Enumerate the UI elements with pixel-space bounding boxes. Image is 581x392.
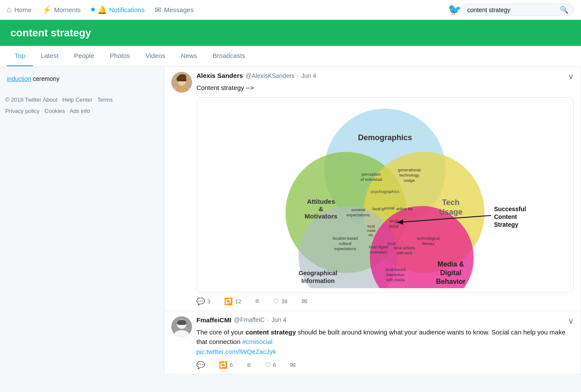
envelope-icon: ✉: [155, 5, 161, 15]
dm-icon: ✉: [302, 297, 307, 305]
search-tabs: Top Latest People Photos Videos News Bro…: [0, 46, 581, 67]
footer-help[interactable]: Help Center: [62, 96, 92, 103]
notifications-label: Notifications: [109, 6, 145, 13]
like-count-1: 38: [281, 298, 287, 305]
svg-text:cultural: cultural: [339, 241, 351, 246]
tweet-1-user: Alexis Sanders @AlexisKSanders · Jun 4: [196, 72, 316, 79]
dm-icon-2: ✉: [290, 361, 295, 369]
svg-text:Usage: Usage: [439, 208, 462, 216]
svg-text:local-based: local-based: [385, 267, 405, 272]
messages-label: Messages: [164, 6, 193, 13]
tab-broadcasts[interactable]: Broadcasts: [205, 46, 253, 66]
svg-text:literacy: literacy: [422, 241, 435, 246]
tweet-1-image[interactable]: Demographics Attitudes & Motivators Tech…: [196, 97, 574, 293]
svg-text:online life: online life: [396, 207, 413, 211]
search-header: content strategy: [0, 20, 581, 46]
home-nav-item[interactable]: ⌂ Home: [7, 3, 32, 16]
search-bar: 🔍: [462, 3, 574, 16]
messages-nav-item[interactable]: ✉ Messages: [155, 3, 193, 16]
sidebar-truncated-text: induction ceremony: [5, 72, 159, 86]
svg-text:local actions: local actions: [394, 246, 415, 250]
tweet-2-date: Jun 4: [271, 316, 286, 323]
svg-text:usage: usage: [404, 178, 415, 183]
tab-top[interactable]: Top: [7, 46, 33, 66]
retweet-action-1[interactable]: 🔁 12: [224, 297, 241, 305]
moments-label: Moments: [54, 6, 81, 13]
retweet-count-1: 12: [235, 298, 241, 305]
svg-text:social: social: [384, 206, 394, 210]
svg-text:Geographical: Geographical: [299, 270, 337, 276]
svg-text:expectations: expectations: [347, 212, 370, 217]
tweet-2-header: FmaffeiCMI @FmaffeiC · Jun 4 ∨: [196, 316, 574, 326]
tweet-feed: Alexis Sanders @AlexisKSanders · Jun 4 ∨…: [164, 67, 581, 375]
home-label: Home: [14, 6, 32, 13]
tweet-2-more[interactable]: ∨: [568, 316, 574, 326]
layers-action-2[interactable]: ≡: [247, 361, 250, 369]
svg-rect-57: [178, 323, 186, 325]
dm-action-1[interactable]: ✉: [302, 297, 307, 305]
pic-link[interactable]: pic.twitter.com/lWQeZacJyk: [196, 348, 276, 355]
svg-text:psychographics: psychographics: [371, 189, 399, 194]
svg-text:Tech: Tech: [442, 198, 460, 207]
bolt-icon: ⚡: [42, 5, 51, 15]
tweet-1-dot: ·: [297, 72, 299, 79]
search-input[interactable]: [467, 6, 560, 13]
retweet-action-2[interactable]: 🔁 6: [219, 361, 233, 369]
reply-icon: 💬: [196, 297, 205, 305]
reply-action-2[interactable]: 💬: [196, 361, 205, 369]
retweet-icon: 🔁: [224, 297, 233, 305]
tab-people[interactable]: People: [66, 46, 102, 66]
tab-news[interactable]: News: [173, 46, 205, 66]
reply-action-1[interactable]: 💬 3: [196, 297, 210, 305]
footer-privacy[interactable]: Privacy policy: [5, 108, 39, 114]
svg-text:local digital: local digital: [369, 245, 388, 249]
tweet-1-more[interactable]: ∨: [568, 72, 574, 81]
sidebar-footer: © 2018 Twitter About Help Center Terms P…: [5, 94, 159, 117]
tab-videos[interactable]: Videos: [138, 46, 173, 66]
tweet-2-handle: @FmaffeiC: [234, 316, 265, 323]
twitter-logo: 🐦: [448, 3, 462, 16]
svg-text:Information: Information: [302, 277, 335, 284]
svg-text:Content: Content: [494, 213, 517, 220]
svg-text:interaction: interaction: [386, 273, 404, 277]
tweet-1-actions: 💬 3 🔁 12 ≡ ♡ 38 ✉: [196, 297, 574, 305]
like-action-2[interactable]: ♡ 6: [265, 361, 276, 369]
tweet-1-date: Jun 4: [302, 72, 316, 79]
dm-action-2[interactable]: ✉: [290, 361, 295, 369]
reply-icon-2: 💬: [196, 361, 205, 369]
svg-text:technology: technology: [399, 173, 419, 177]
tab-photos[interactable]: Photos: [102, 46, 138, 66]
svg-text:motivation: motivation: [369, 250, 387, 254]
tweet-1-header: Alexis Sanders @AlexisKSanders · Jun 4 ∨: [196, 72, 574, 81]
svg-text:generational: generational: [398, 167, 421, 172]
moments-nav-item[interactable]: ⚡ Moments: [42, 3, 81, 16]
footer-cookies[interactable]: Cookies: [45, 108, 65, 114]
tab-latest[interactable]: Latest: [33, 46, 66, 66]
footer-ads[interactable]: Ads info: [70, 108, 90, 114]
svg-text:Media &: Media &: [437, 260, 464, 268]
copyright: © 2018 Twitter: [5, 96, 42, 103]
retweet-count-2: 6: [230, 362, 233, 368]
top-navigation: ⌂ Home ⚡ Moments 🔔 Notifications ✉ Messa…: [0, 0, 581, 20]
main-layout: induction ceremony © 2018 Twitter About …: [0, 67, 581, 375]
footer-terms[interactable]: Terms: [97, 96, 112, 103]
tweet-1-content: Alexis Sanders @AlexisKSanders · Jun 4 ∨…: [196, 72, 574, 305]
svg-text:Digital: Digital: [440, 269, 462, 276]
footer-about[interactable]: About: [43, 96, 58, 103]
svg-text:social: social: [388, 224, 398, 228]
notifications-nav-item[interactable]: 🔔 Notifications: [91, 3, 145, 16]
hashtag-link[interactable]: #cmisocial: [242, 338, 273, 345]
search-icon: 🔍: [560, 6, 568, 14]
svg-text:expectations: expectations: [334, 247, 356, 251]
tweet-1-text: Content strategy -->: [196, 83, 574, 93]
tweet-1-handle: @AlexisKSanders: [246, 72, 295, 79]
induction-link[interactable]: induction: [7, 75, 31, 82]
svg-text:Attitudes: Attitudes: [307, 198, 335, 205]
svg-text:Behavior: Behavior: [436, 278, 465, 285]
layers-action-1[interactable]: ≡: [255, 297, 259, 305]
layers-icon: ≡: [255, 297, 259, 305]
tweet-2-user: FmaffeiCMI @FmaffeiC · Jun 4: [196, 316, 286, 324]
like-action-1[interactable]: ♡ 38: [273, 297, 287, 305]
tweet-2-name: FmaffeiCMI: [196, 316, 231, 324]
svg-text:route: route: [367, 228, 376, 233]
